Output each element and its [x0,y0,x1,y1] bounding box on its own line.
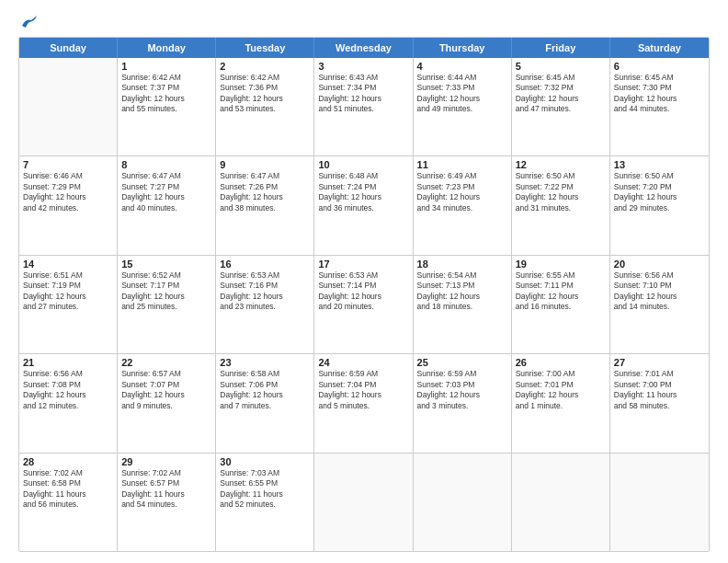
header-day-wednesday: Wednesday [314,38,413,58]
cell-info-line: Daylight: 12 hours [516,390,606,400]
day-number: 26 [516,357,606,368]
calendar-cell: 26Sunrise: 7:00 AMSunset: 7:01 PMDayligh… [512,354,610,452]
day-number: 19 [516,259,606,270]
cell-info-line: Sunrise: 7:03 AM [220,468,310,478]
day-number: 17 [318,259,408,270]
calendar-cell: 14Sunrise: 6:51 AMSunset: 7:19 PMDayligh… [19,256,118,353]
day-number: 11 [417,159,507,170]
day-number: 10 [318,159,408,170]
day-number: 27 [614,357,705,368]
cell-info-line: Sunset: 7:27 PM [121,182,211,192]
cell-info-line: Sunset: 7:19 PM [23,281,113,291]
cell-info-line: and 23 minutes. [220,302,310,312]
cell-info-line: Daylight: 12 hours [121,192,211,202]
cell-info-line: Sunrise: 6:51 AM [23,270,113,281]
cell-info-line: and 54 minutes. [121,500,211,510]
cell-info-line: Daylight: 12 hours [220,192,310,202]
cell-info-line: Daylight: 12 hours [417,390,507,400]
calendar-cell: 30Sunrise: 7:03 AMSunset: 6:55 PMDayligh… [216,454,314,551]
calendar-cell: 16Sunrise: 6:53 AMSunset: 7:16 PMDayligh… [216,256,314,353]
calendar-cell: 20Sunrise: 6:56 AMSunset: 7:10 PMDayligh… [610,256,709,353]
cell-info-line: Sunset: 7:22 PM [516,182,606,192]
cell-info-line: Daylight: 12 hours [121,94,211,104]
cell-info-line: Sunrise: 6:54 AM [417,270,507,281]
calendar-cell: 1Sunrise: 6:42 AMSunset: 7:37 PMDaylight… [118,58,216,155]
cell-info-line: Daylight: 12 hours [220,292,310,302]
cell-info-line: Sunset: 7:10 PM [614,281,705,291]
cell-info-line: Sunset: 7:20 PM [614,182,705,192]
cell-info-line: and 34 minutes. [417,203,507,213]
cell-info-line: Daylight: 12 hours [516,192,606,202]
cell-info-line: Sunset: 7:32 PM [516,83,606,93]
cell-info-line: and 52 minutes. [220,500,310,510]
cell-info-line: and 47 minutes. [516,104,606,114]
cell-info-line: Daylight: 11 hours [23,489,113,500]
cell-info-line: Sunset: 7:30 PM [614,83,705,93]
cell-info-line: Sunrise: 6:43 AM [318,73,408,83]
calendar-cell [610,454,709,551]
cell-info-line: and 27 minutes. [23,302,113,312]
cell-info-line: Daylight: 12 hours [417,292,507,302]
cell-info-line: Daylight: 11 hours [614,390,705,400]
cell-info-line: Sunrise: 6:47 AM [220,171,310,181]
calendar-cell: 27Sunrise: 7:01 AMSunset: 7:00 PMDayligh… [610,354,709,452]
calendar-cell: 3Sunrise: 6:43 AMSunset: 7:34 PMDaylight… [314,58,413,155]
cell-info-line: Sunset: 7:33 PM [417,83,507,93]
cell-info-line: and 12 minutes. [23,401,113,411]
cell-info-line: and 1 minute. [516,401,606,411]
cell-info-line: Sunset: 6:58 PM [23,478,113,488]
cell-info-line: Sunset: 7:13 PM [417,281,507,291]
cell-info-line: Sunset: 7:17 PM [121,281,211,291]
calendar-header: SundayMondayTuesdayWednesdayThursdayFrid… [19,38,709,58]
cell-info-line: Daylight: 12 hours [318,390,408,400]
cell-info-line: and 29 minutes. [614,203,705,213]
cell-info-line: and 9 minutes. [121,401,211,411]
day-number: 4 [417,61,507,72]
cell-info-line: Sunrise: 6:53 AM [318,270,408,281]
cell-info-line: and 25 minutes. [121,302,211,312]
cell-info-line: and 38 minutes. [220,203,310,213]
header-day-saturday: Saturday [610,38,709,58]
calendar-cell: 6Sunrise: 6:45 AMSunset: 7:30 PMDaylight… [610,58,709,155]
calendar-cell: 24Sunrise: 6:59 AMSunset: 7:04 PMDayligh… [314,354,413,452]
calendar-cell: 11Sunrise: 6:49 AMSunset: 7:23 PMDayligh… [414,156,512,254]
header-day-tuesday: Tuesday [216,38,314,58]
cell-info-line: Sunrise: 6:42 AM [121,73,211,83]
cell-info-line: Sunrise: 6:53 AM [220,270,310,281]
calendar-cell: 22Sunrise: 6:57 AMSunset: 7:07 PMDayligh… [118,354,216,452]
calendar-cell [414,454,512,551]
cell-info-line: Sunset: 7:03 PM [417,380,507,390]
calendar-cell: 2Sunrise: 6:42 AMSunset: 7:36 PMDaylight… [216,58,314,155]
cell-info-line: Daylight: 11 hours [220,489,310,500]
cell-info-line: Daylight: 12 hours [220,94,310,104]
cell-info-line: Sunset: 7:08 PM [23,380,113,390]
calendar-cell: 21Sunrise: 6:56 AMSunset: 7:08 PMDayligh… [19,354,118,452]
cell-info-line: Daylight: 12 hours [417,94,507,104]
cell-info-line: Sunset: 7:06 PM [220,380,310,390]
calendar-cell: 25Sunrise: 6:59 AMSunset: 7:03 PMDayligh… [414,354,512,452]
day-number: 24 [318,357,408,368]
cell-info-line: Sunset: 7:36 PM [220,83,310,93]
calendar-cell: 8Sunrise: 6:47 AMSunset: 7:27 PMDaylight… [118,156,216,254]
calendar-cell: 19Sunrise: 6:55 AMSunset: 7:11 PMDayligh… [512,256,610,353]
cell-info-line: Sunset: 7:04 PM [318,380,408,390]
cell-info-line: Daylight: 12 hours [23,192,113,202]
calendar-body: 1Sunrise: 6:42 AMSunset: 7:37 PMDaylight… [19,58,709,551]
cell-info-line: Sunrise: 6:59 AM [417,369,507,379]
cell-info-line: Sunrise: 6:56 AM [23,369,113,379]
cell-info-line: Sunrise: 6:52 AM [121,270,211,281]
calendar-cell [314,454,413,551]
cell-info-line: Daylight: 12 hours [318,292,408,302]
header-day-sunday: Sunday [19,38,118,58]
logo-bird-icon [20,15,39,28]
day-number: 14 [23,259,113,270]
calendar-cell: 9Sunrise: 6:47 AMSunset: 7:26 PMDaylight… [216,156,314,254]
cell-info-line: and 14 minutes. [614,302,705,312]
day-number: 3 [318,61,408,72]
cell-info-line: Sunrise: 6:57 AM [121,369,211,379]
day-number: 5 [516,61,606,72]
cell-info-line: and 7 minutes. [220,401,310,411]
cell-info-line: and 51 minutes. [318,104,408,114]
day-number: 30 [220,456,310,467]
cell-info-line: and 3 minutes. [417,401,507,411]
